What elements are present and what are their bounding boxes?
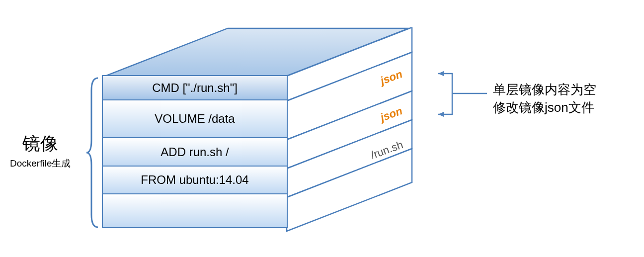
- image-subtitle: Dockerfile生成: [10, 157, 71, 170]
- layer-add-text: ADD run.sh /: [161, 145, 229, 159]
- left-brace-icon: [85, 76, 100, 230]
- layer-from-spacer: FROM ubuntu:14.04: [102, 166, 288, 194]
- image-title: 镜像: [10, 132, 71, 156]
- right-arrows-group: [427, 65, 492, 129]
- front-layers: CMD ["./run.sh"] VOLUME /data ADD run.sh…: [102, 76, 288, 228]
- annotation-line-1: 单层镜像内容为空: [493, 81, 596, 98]
- svg-marker-6: [438, 71, 444, 76]
- layer-bottom: [102, 193, 288, 228]
- layer-cmd-text: CMD ["./run.sh"]: [152, 81, 238, 95]
- annotation-line-2: 修改镜像json文件: [493, 98, 596, 116]
- diagram-container: 镜像 Dockerfile生成: [0, 0, 644, 257]
- layer-from-text: FROM ubuntu:14.04: [141, 173, 248, 187]
- layer-add: ADD run.sh /: [102, 137, 288, 167]
- side-faces-group: [286, 27, 413, 232]
- layer-volume-text: VOLUME /data: [155, 112, 235, 126]
- layer-volume: VOLUME /data: [102, 99, 288, 138]
- right-annotation: 单层镜像内容为空 修改镜像json文件: [493, 81, 596, 117]
- svg-marker-7: [438, 112, 444, 117]
- layer-cmd: CMD ["./run.sh"]: [102, 75, 288, 101]
- left-label-group: 镜像 Dockerfile生成: [10, 132, 71, 170]
